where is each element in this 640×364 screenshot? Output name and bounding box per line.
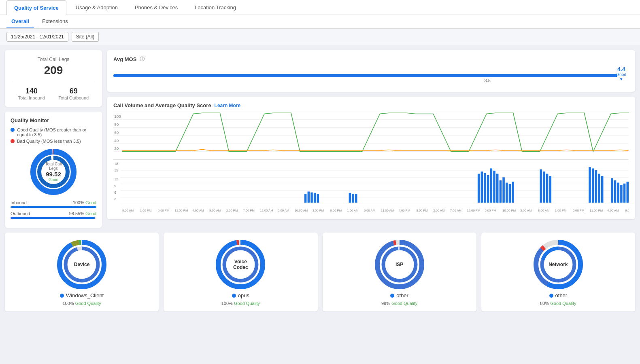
svg-text:9: 9 <box>114 184 116 188</box>
svg-rect-33 <box>317 194 319 203</box>
outbound-prog-label: Outbound <box>11 211 30 216</box>
network-donut-label: Network <box>549 262 568 267</box>
svg-rect-50 <box>543 171 545 203</box>
bottom-donut-row: Device Windows_Client 100% Good Quality … <box>0 233 640 316</box>
learn-more-link[interactable]: Learn More <box>215 103 241 108</box>
voice-codec-legend: opus <box>232 292 249 298</box>
svg-rect-29 <box>304 194 306 203</box>
outbound-bar-fill <box>11 217 95 219</box>
avg-mos-title: Avg MOS ⓘ <box>113 56 629 63</box>
tab-quality-of-service[interactable]: Quality of Service <box>6 0 66 15</box>
donut-quality: Good <box>41 178 66 182</box>
isp-legend-label: other <box>396 292 408 298</box>
voice-codec-donut-card: Voice Codec opus 100% Good Quality <box>164 233 317 311</box>
good-quality-dot <box>11 128 15 132</box>
svg-rect-38 <box>481 171 483 203</box>
isp-legend-dot <box>390 294 394 298</box>
date-range-filter[interactable]: 11/25/2021 - 12/01/2021 <box>6 32 68 42</box>
device-donut-label: Device <box>74 262 90 267</box>
svg-rect-30 <box>308 192 310 203</box>
total-call-legs-label: Total Call Legs <box>11 57 96 62</box>
device-donut: Device <box>55 238 108 291</box>
svg-rect-61 <box>620 185 622 203</box>
outbound-prog-pct: 98.55% Good <box>69 211 96 216</box>
tab-usage-adoption[interactable]: Usage & Adoption <box>68 0 125 15</box>
tab-phones-devices[interactable]: Phones & Devices <box>127 0 185 15</box>
svg-rect-56 <box>598 174 600 203</box>
quality-donut-chart: Total Call Legs 99.52 Good <box>29 148 78 196</box>
svg-rect-40 <box>487 175 489 203</box>
svg-text:11:00 PM: 11:00 PM <box>589 209 603 212</box>
outbound-value: 69 <box>59 87 89 95</box>
svg-rect-49 <box>540 169 542 203</box>
svg-text:20: 20 <box>114 146 119 150</box>
call-volume-card: Call Volume and Average Quality Score Le… <box>107 97 635 219</box>
svg-rect-62 <box>623 184 625 203</box>
outbound-bar-bg <box>11 217 96 219</box>
isp-pct-label: 99% Good Quality <box>381 301 417 306</box>
mos-bar <box>113 74 617 77</box>
voice-codec-pct-label: 100% Good Quality <box>221 301 260 306</box>
bad-quality-legend: Bad Quality (MOS less than 3.5) <box>11 139 96 144</box>
tab-extensions[interactable]: Extensions <box>37 15 73 28</box>
svg-rect-59 <box>614 180 616 203</box>
svg-text:4:00 PM: 4:00 PM <box>399 209 410 212</box>
tab-location-tracking[interactable]: Location Tracking <box>187 0 244 15</box>
svg-text:80: 80 <box>114 122 119 127</box>
svg-text:7:00 AM: 7:00 AM <box>450 209 461 212</box>
filter-bar: 11/25/2021 - 12/01/2021 Site (All) <box>0 29 640 45</box>
svg-text:7:00 PM: 7:00 PM <box>243 209 255 212</box>
svg-text:6:00 PM: 6:00 PM <box>573 209 585 212</box>
svg-rect-39 <box>484 173 486 203</box>
svg-rect-53 <box>589 167 591 203</box>
svg-text:3:00 PM: 3:00 PM <box>313 209 324 212</box>
svg-text:12:00 AM: 12:00 AM <box>260 209 273 212</box>
svg-rect-54 <box>592 168 594 202</box>
mos-bar-container: 4.4 Good ▼ 3.5 <box>113 66 629 86</box>
svg-text:1:00 AM: 1:00 AM <box>347 209 358 212</box>
site-filter[interactable]: Site (All) <box>72 32 99 42</box>
svg-text:8:00 PM: 8:00 PM <box>330 209 342 212</box>
isp-legend: other <box>390 292 408 298</box>
donut-label: Total Call Legs 99.52 Good <box>41 162 66 182</box>
total-call-legs-value: 209 <box>11 64 96 77</box>
outbound-progress: Outbound 98.55% Good <box>11 211 96 219</box>
svg-rect-48 <box>512 182 514 203</box>
quality-monitor-title: Quality Monitor <box>11 117 96 123</box>
call-volume-chart: 100 80 60 40 20 18 15 12 9 6 3 <box>113 112 629 214</box>
inbound-label: Total Inbound <box>18 95 45 100</box>
svg-text:2:00 AM: 2:00 AM <box>433 209 444 212</box>
network-legend-label: other <box>555 292 568 298</box>
avg-mos-card: Avg MOS ⓘ 4.4 Good ▼ 3.5 <box>107 50 635 92</box>
svg-text:15: 15 <box>114 168 118 172</box>
stats-card: Total Call Legs 209 140 Total Inbound 69… <box>5 50 102 107</box>
svg-text:12: 12 <box>114 177 118 181</box>
svg-rect-46 <box>506 183 508 203</box>
svg-text:40: 40 <box>114 138 119 143</box>
sub-nav: Overall Extensions <box>0 15 640 29</box>
svg-text:10:00 AM: 10:00 AM <box>295 209 308 212</box>
mos-midpoint: 3.5 <box>485 78 491 83</box>
good-quality-label: Good Quality (MOS greater than or equal … <box>17 127 96 137</box>
svg-rect-55 <box>595 170 597 203</box>
inbound-bar-fill <box>11 206 96 208</box>
mos-value-label: 4.4 Good ▼ <box>617 66 626 81</box>
voice-codec-donut-label: Voice Codec <box>233 259 248 270</box>
svg-rect-47 <box>509 184 511 203</box>
svg-text:9:00 AM: 9:00 AM <box>625 209 629 212</box>
device-legend: Windows_Client <box>60 292 104 298</box>
device-donut-card: Device Windows_Client 100% Good Quality <box>5 233 159 311</box>
network-legend-dot <box>549 294 553 298</box>
svg-text:18: 18 <box>114 162 118 166</box>
quality-monitor-card: Quality Monitor Good Quality (MOS greate… <box>5 112 102 228</box>
svg-rect-36 <box>355 194 357 203</box>
svg-rect-32 <box>314 193 316 203</box>
svg-rect-42 <box>493 171 495 203</box>
good-quality-legend: Good Quality (MOS greater than or equal … <box>11 127 96 137</box>
tab-overall[interactable]: Overall <box>6 15 34 28</box>
network-pct-label: 80% Good Quality <box>540 301 576 306</box>
device-legend-label: Windows_Client <box>66 292 104 298</box>
svg-text:100: 100 <box>114 114 121 119</box>
isp-donut-label: ISP <box>395 262 403 267</box>
inbound-value: 140 <box>18 87 45 95</box>
